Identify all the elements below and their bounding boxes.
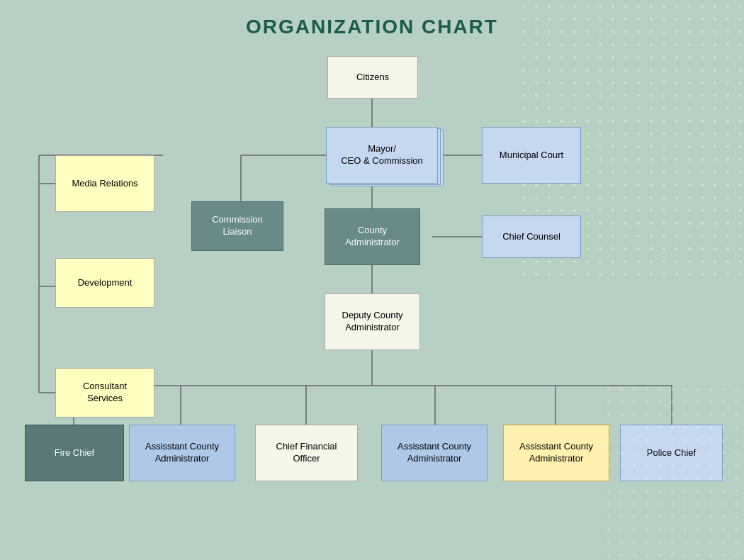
deputy-county-admin-box: Deputy County Administrator bbox=[325, 293, 420, 350]
media-relations-box: Media Relations bbox=[55, 155, 154, 212]
commission-liaison-box: Commission Liaison bbox=[191, 201, 283, 251]
fire-chief-box: Fire Chief bbox=[25, 425, 124, 481]
mayor-box: Mayor/ CEO & Commission bbox=[326, 127, 438, 184]
county-admin-box: County Administrator bbox=[325, 208, 420, 265]
development-box: Development bbox=[55, 258, 154, 308]
cfo-box: Chief Financial Officer bbox=[255, 425, 358, 481]
police-chief-box: Police Chief bbox=[620, 425, 723, 481]
asst-county-admin-2-box: Assisstant County Administrator bbox=[381, 425, 487, 481]
municipal-court-box: Municipal Court bbox=[482, 127, 581, 184]
org-chart: Citizens Mayor/ CEO & Commission Municip… bbox=[0, 45, 744, 560]
citizens-box: Citizens bbox=[327, 56, 418, 99]
page-title: ORGANIZATION CHART bbox=[0, 0, 744, 45]
consultant-services-box: Consultant Services bbox=[55, 368, 154, 418]
asst-county-admin-3-box: Assisstant County Administrator bbox=[503, 425, 609, 481]
chief-counsel-box: Chief Counsel bbox=[482, 215, 581, 258]
asst-county-admin-1-box: Assisstant County Administrator bbox=[129, 425, 235, 481]
